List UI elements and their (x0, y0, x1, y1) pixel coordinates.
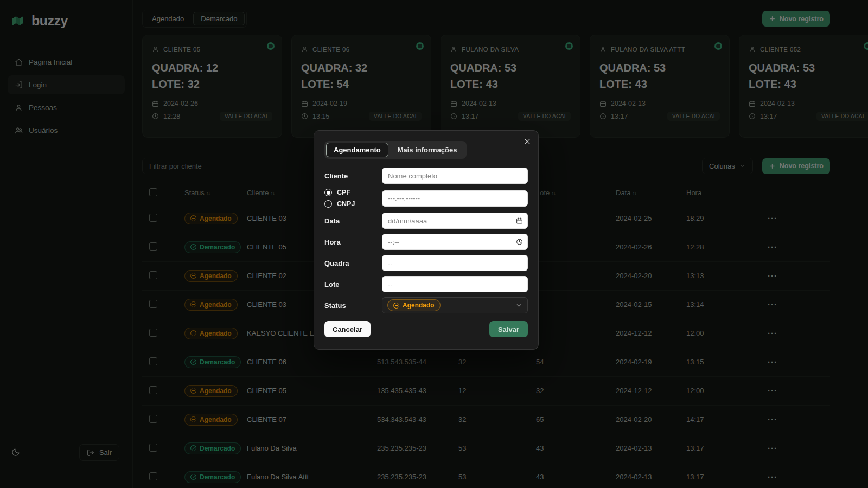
cpf-radio-label: CPF (337, 189, 350, 196)
tab-agendamento[interactable]: Agendamento (326, 143, 388, 157)
appointment-form: Cliente CPF CNPJ Data Hora Quadra Lote (324, 168, 528, 313)
quadra-label: Quadra (324, 259, 382, 267)
modal-footer: Cancelar Salvar (324, 321, 528, 337)
hora-field (382, 234, 528, 250)
cliente-input[interactable] (382, 168, 528, 184)
status-text: Agendado (403, 301, 435, 309)
lote-label: Lote (324, 280, 382, 288)
cpf-radio[interactable]: CPF (324, 189, 382, 196)
data-label: Data (324, 217, 382, 225)
cancel-button[interactable]: Cancelar (324, 321, 371, 337)
chevron-down-icon (515, 302, 522, 309)
status-icon (393, 303, 399, 309)
status-label: Status (324, 301, 382, 310)
hora-input[interactable] (382, 234, 528, 250)
document-number-input[interactable] (382, 190, 528, 207)
close-icon[interactable] (524, 138, 531, 145)
status-select[interactable]: Agendado (382, 297, 528, 313)
calendar-icon[interactable] (516, 217, 523, 224)
cliente-label: Cliente (324, 172, 382, 180)
quadra-input[interactable] (382, 255, 528, 271)
tab-mais-informacoes[interactable]: Mais informações (390, 143, 465, 157)
modal-tabs: Agendamento Mais informações (324, 141, 467, 159)
data-input[interactable] (382, 213, 528, 229)
radio-checked-icon (324, 189, 332, 196)
lote-input[interactable] (382, 276, 528, 292)
data-field (382, 213, 528, 229)
document-type-radios: CPF CNPJ (324, 189, 382, 208)
appointment-dialog: Agendamento Mais informações Cliente CPF… (314, 130, 539, 350)
cnpj-radio[interactable]: CNPJ (324, 200, 382, 208)
cnpj-radio-label: CNPJ (337, 200, 355, 208)
status-badge: Agendado (387, 299, 441, 311)
clock-icon[interactable] (516, 239, 523, 246)
save-button[interactable]: Salvar (489, 321, 528, 337)
radio-icon (324, 200, 332, 208)
hora-label: Hora (324, 238, 382, 246)
